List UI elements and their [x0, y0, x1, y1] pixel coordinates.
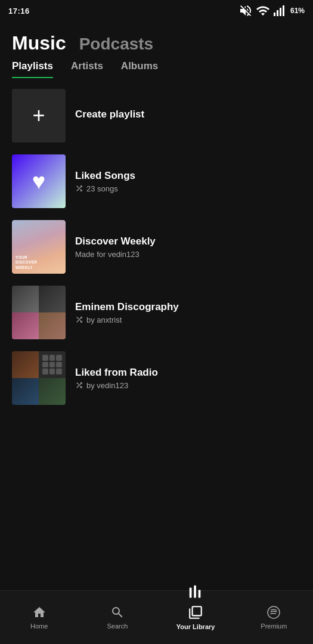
battery-status: 61% — [290, 7, 305, 15]
nav-premium[interactable]: Premium — [235, 599, 313, 636]
svg-rect-4 — [190, 588, 192, 598]
nav-home[interactable]: Home — [0, 599, 78, 636]
liked-from-radio-info: Liked from Radio by vedin123 — [75, 367, 301, 390]
radio-thumb — [12, 351, 66, 405]
spotify-icon — [266, 605, 281, 620]
wifi-icon — [256, 4, 270, 18]
bottom-navigation: Home Search Your Library Premium — [0, 590, 313, 644]
home-label: Home — [30, 623, 48, 630]
create-playlist-info: Create playlist — [75, 109, 301, 123]
svg-rect-5 — [194, 586, 196, 598]
discover-weekly-thumb: YourDiscoverWeekly — [12, 220, 66, 274]
shuffle-icon — [75, 184, 83, 193]
create-playlist-item[interactable]: + Create playlist — [0, 83, 313, 148]
discover-weekly-title: Discover Weekly — [75, 236, 301, 247]
eminem-discography-info: Eminem Discography by anxtrist — [75, 301, 301, 324]
eminem-discography-item[interactable]: Eminem Discography by anxtrist — [0, 280, 313, 345]
liked-from-radio-item[interactable]: Liked from Radio by vedin123 — [0, 345, 313, 411]
plus-icon: + — [32, 103, 45, 128]
liked-songs-item[interactable]: ♥ Liked Songs 23 songs — [0, 148, 313, 214]
search-icon — [110, 605, 125, 620]
discover-weekly-info: Discover Weekly Made for vedin123 — [75, 236, 301, 259]
content-tabs: Playlists Artists Albums — [0, 60, 313, 78]
liked-songs-title: Liked Songs — [75, 170, 301, 182]
status-time: 17:16 — [8, 7, 30, 16]
nav-search[interactable]: Search — [78, 599, 156, 636]
status-bar: 17:16 61% — [0, 0, 313, 21]
tab-artists[interactable]: Artists — [71, 60, 103, 78]
discover-weekly-meta: Made for vedin123 — [75, 250, 301, 259]
podcasts-tab-header[interactable]: Podcasts — [79, 35, 154, 54]
premium-label: Premium — [261, 623, 287, 630]
mute-icon — [238, 4, 253, 18]
svg-rect-2 — [280, 8, 281, 16]
svg-point-7 — [268, 606, 280, 618]
shuffle-icon-3 — [75, 381, 83, 389]
svg-rect-3 — [283, 5, 284, 16]
library-icon — [188, 605, 203, 620]
signal-icon — [273, 4, 287, 18]
eminem-meta: by anxtrist — [75, 315, 301, 324]
svg-rect-1 — [277, 10, 278, 16]
page-header: Music Podcasts — [0, 21, 313, 60]
heart-icon: ♥ — [32, 169, 46, 194]
radio-title: Liked from Radio — [75, 367, 301, 379]
discover-overlay: YourDiscoverWeekly — [12, 220, 66, 274]
library-bars-icon — [187, 584, 204, 601]
discover-weekly-item[interactable]: YourDiscoverWeekly Discover Weekly Made … — [0, 214, 313, 280]
playlist-list: + Create playlist ♥ Liked Songs 23 songs… — [0, 83, 313, 411]
create-playlist-title: Create playlist — [75, 109, 301, 120]
liked-songs-meta: 23 songs — [75, 184, 301, 193]
liked-songs-info: Liked Songs 23 songs — [75, 170, 301, 193]
tab-playlists[interactable]: Playlists — [12, 60, 53, 78]
shuffle-icon-2 — [75, 315, 83, 324]
home-icon — [32, 605, 47, 620]
nav-library[interactable]: Your Library — [157, 599, 235, 636]
library-label: Your Library — [176, 623, 215, 630]
svg-rect-6 — [199, 590, 201, 597]
eminem-thumb — [12, 286, 66, 339]
radio-meta: by vedin123 — [75, 381, 301, 390]
search-label: Search — [107, 623, 128, 630]
liked-songs-thumb: ♥ — [12, 154, 66, 208]
status-icons: 61% — [238, 4, 305, 18]
tab-albums[interactable]: Albums — [121, 60, 158, 78]
eminem-title: Eminem Discography — [75, 301, 301, 313]
create-playlist-thumb: + — [12, 89, 66, 143]
svg-rect-0 — [274, 13, 275, 16]
music-tab-header[interactable]: Music — [12, 32, 66, 54]
